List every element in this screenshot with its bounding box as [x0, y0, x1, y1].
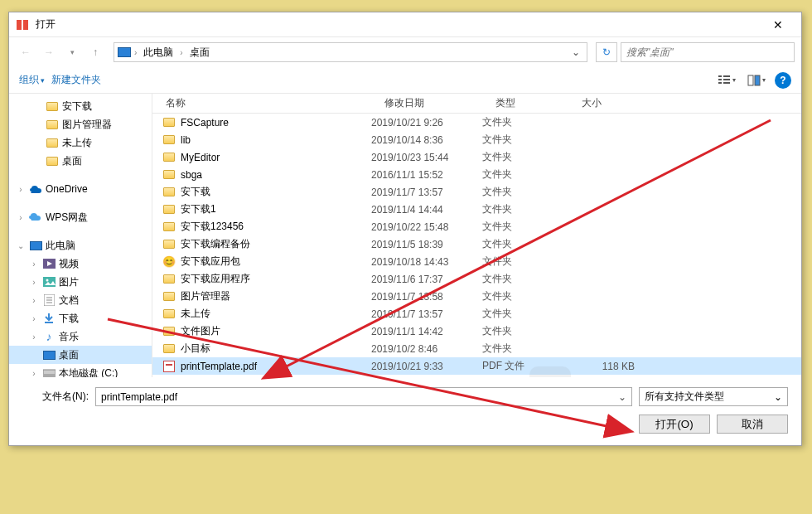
breadcrumb[interactable]: › 此电脑 › 桌面 ⌄: [114, 42, 587, 62]
filename-input[interactable]: [101, 391, 613, 403]
sidebar-item-label: 视频: [59, 257, 79, 271]
sidebar-item-video[interactable]: ›视频: [9, 255, 152, 273]
column-date[interactable]: 修改日期: [371, 96, 482, 110]
file-type: PDF 文件: [482, 359, 568, 373]
file-row[interactable]: lib2019/10/14 8:36文件夹: [152, 131, 801, 148]
file-row[interactable]: 😊安下载应用包2019/10/18 14:43文件夹: [152, 253, 801, 270]
breadcrumb-dropdown[interactable]: ⌄: [568, 46, 583, 58]
file-type-filter[interactable]: 所有支持文件类型 ⌄: [639, 387, 788, 406]
sidebar-item[interactable]: 安下载: [9, 97, 152, 115]
expand-arrow[interactable]: ›: [29, 296, 39, 305]
close-button[interactable]: ✕: [761, 13, 795, 36]
file-row[interactable]: 小目标2019/10/2 8:46文件夹: [152, 340, 801, 357]
chevron-right-icon: ›: [134, 48, 137, 57]
file-date: 2019/10/23 15:44: [371, 152, 482, 163]
dialog-bottom: 文件名(N): ⌄ 所有支持文件类型 ⌄ 打开(O) 取消: [9, 377, 801, 445]
sidebar-item[interactable]: 图片管理器: [9, 115, 152, 133]
column-size[interactable]: 大小: [568, 96, 651, 110]
file-name: 安下载应用包: [181, 255, 240, 269]
expand-arrow[interactable]: ⌄: [16, 241, 26, 250]
file-list[interactable]: FSCapture2019/10/21 9:26文件夹lib2019/10/14…: [152, 114, 801, 377]
svg-rect-6: [718, 82, 722, 84]
expand-arrow[interactable]: ›: [29, 314, 39, 323]
up-button[interactable]: ↑: [85, 42, 105, 62]
expand-arrow[interactable]: ›: [29, 278, 39, 287]
column-type[interactable]: 类型: [482, 96, 568, 110]
sidebar-item[interactable]: 未上传: [9, 133, 152, 152]
file-date: 2019/10/21 9:26: [371, 117, 482, 128]
file-date: 2019/10/14 8:36: [371, 134, 482, 146]
file-icon: [162, 151, 176, 164]
file-date: 2019/10/18 14:43: [371, 256, 482, 268]
file-type: 文件夹: [482, 324, 568, 338]
file-row[interactable]: 图片管理器2019/11/7 13:58文件夹: [152, 288, 801, 305]
search-box[interactable]: [621, 42, 795, 62]
sidebar-item-music[interactable]: ›♪音乐: [9, 327, 152, 346]
file-type: 文件夹: [482, 202, 568, 216]
recent-dropdown[interactable]: ▾: [62, 42, 82, 62]
file-type: 文件夹: [482, 255, 568, 269]
cancel-button[interactable]: 取消: [717, 415, 788, 434]
expand-arrow[interactable]: ›: [29, 259, 39, 269]
organize-menu[interactable]: 组织 ▾: [19, 73, 45, 87]
expand-arrow[interactable]: ›: [29, 332, 39, 342]
file-date: 2019/11/1 14:42: [371, 326, 482, 337]
toolbar: 组织 ▾ 新建文件夹 ▾ ▾ ?: [9, 67, 801, 94]
refresh-button[interactable]: ↻: [596, 42, 617, 62]
file-row[interactable]: 安下载1234562019/10/22 15:48文件夹: [152, 218, 801, 235]
file-row[interactable]: 安下载12019/11/4 14:44文件夹: [152, 201, 801, 218]
file-row[interactable]: FSCapture2019/10/21 9:26文件夹: [152, 114, 801, 131]
sidebar-item-wps[interactable]: ›WPS网盘: [9, 208, 152, 226]
expand-arrow[interactable]: ›: [29, 369, 39, 378]
back-button[interactable]: ←: [16, 42, 36, 62]
filename-dropdown[interactable]: ⌄: [613, 391, 626, 403]
column-headers: 名称 修改日期 类型 大小: [152, 94, 801, 114]
navigation-bar: ← → ▾ ↑ › 此电脑 › 桌面 ⌄ ↻: [9, 37, 801, 67]
svg-rect-0: [17, 20, 22, 30]
video-icon: [42, 257, 56, 270]
expand-arrow[interactable]: ›: [16, 213, 26, 222]
filename-input-wrapper[interactable]: ⌄: [95, 387, 632, 406]
sidebar-item-pc[interactable]: ⌄此电脑: [9, 236, 152, 255]
sidebar-item-picture[interactable]: ›图片: [9, 273, 152, 291]
sidebar-item-label: 安下载: [62, 99, 92, 114]
expand-arrow[interactable]: ›: [16, 185, 26, 194]
filename-row: 文件名(N): ⌄ 所有支持文件类型 ⌄: [22, 387, 788, 406]
file-row[interactable]: 安下载编程备份2019/11/5 18:39文件夹: [152, 235, 801, 253]
sidebar-item-disk[interactable]: ›本地磁盘 (C:): [9, 364, 152, 377]
search-input[interactable]: [626, 46, 789, 58]
sidebar-item[interactable]: 桌面: [9, 152, 152, 170]
svg-rect-9: [755, 75, 760, 85]
file-row[interactable]: MyEditor2019/10/23 15:44文件夹: [152, 148, 801, 166]
pc-icon: [29, 239, 42, 252]
new-folder-button[interactable]: 新建文件夹: [51, 73, 101, 87]
breadcrumb-current[interactable]: 桌面: [186, 46, 213, 60]
file-row[interactable]: 安下载2019/11/7 13:57文件夹: [152, 183, 801, 201]
breadcrumb-root[interactable]: 此电脑: [140, 46, 176, 60]
svg-point-13: [46, 279, 48, 282]
file-icon: [162, 273, 176, 286]
open-button[interactable]: 打开(O): [639, 415, 710, 434]
file-name: 安下载1: [181, 202, 216, 216]
sidebar-item-desktop[interactable]: 桌面: [9, 346, 152, 364]
sidebar-item-label: OneDrive: [46, 183, 88, 195]
sidebar-item-download[interactable]: ›下载: [9, 309, 152, 327]
help-button[interactable]: ?: [775, 72, 791, 89]
file-icon: [162, 342, 176, 356]
file-date: 2016/11/1 15:52: [371, 169, 482, 181]
sidebar-item-document[interactable]: ›文档: [9, 291, 152, 309]
pc-icon: [118, 47, 131, 57]
forward-button[interactable]: →: [39, 42, 59, 62]
folder-icon: [46, 136, 59, 149]
sidebar-item-onedrive[interactable]: ›OneDrive: [9, 180, 152, 198]
file-icon: [162, 203, 176, 216]
file-row[interactable]: 安下载应用程序2019/11/6 17:37文件夹: [152, 270, 801, 288]
picture-icon: [42, 275, 56, 289]
view-details-button[interactable]: ▾: [715, 71, 738, 90]
preview-pane-button[interactable]: ▾: [745, 71, 768, 90]
file-row[interactable]: printTemplate.pdf2019/10/21 9:33PDF 文件11…: [152, 357, 801, 375]
column-name[interactable]: 名称: [152, 96, 371, 110]
file-row[interactable]: sbga2016/11/1 15:52文件夹: [152, 166, 801, 183]
file-row[interactable]: 文件图片2019/11/1 14:42文件夹: [152, 322, 801, 340]
file-row[interactable]: 未上传2019/11/7 13:57文件夹: [152, 305, 801, 322]
